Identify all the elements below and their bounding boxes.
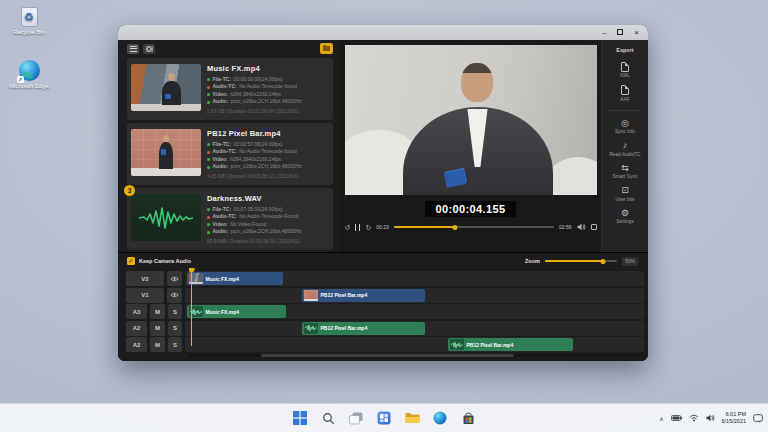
elapsed-time: 00:23 (376, 224, 389, 230)
video-preview[interactable] (345, 45, 597, 195)
battery-icon[interactable] (671, 415, 682, 421)
tray-chevron-icon[interactable]: ∧ (659, 415, 663, 422)
clip-title: Darkness.WAV (207, 193, 329, 204)
seek-bar[interactable] (394, 226, 554, 228)
timeline-clip-video[interactable]: PB12 Pixel Bar.mp4 (302, 289, 425, 302)
fullscreen-button[interactable] (591, 224, 597, 230)
track-lane[interactable]: PB12 Pixel Bar.mp4 (185, 321, 644, 336)
sidebar-item-xml[interactable]: XML (602, 58, 648, 82)
keep-camera-audio-checkbox[interactable]: ✓ (127, 257, 135, 265)
recycle-bin-icon: ♻ (21, 7, 38, 27)
eye-icon (170, 292, 179, 298)
seek-bar-fill (394, 226, 455, 228)
timeline: ✓ Keep Camera Audio Zoom 50% (118, 252, 648, 361)
timeline-clip-audio[interactable]: Music FX.mp4 (187, 305, 286, 318)
maximize-button[interactable] (617, 29, 623, 37)
sidebar-item-smart-sync[interactable]: ⇆ Smart Sync (602, 160, 648, 183)
user-bits-icon: ⊡ (621, 186, 629, 195)
mute-button[interactable]: M (150, 321, 165, 336)
playhead[interactable] (191, 268, 192, 346)
folder-icon (323, 46, 330, 51)
minimize-button[interactable]: – (602, 29, 606, 37)
zoom-slider[interactable] (545, 260, 617, 262)
music-note-icon: ♪ (623, 141, 628, 150)
status-dot (207, 143, 210, 146)
status-dot (207, 86, 210, 89)
eye-icon (170, 276, 179, 282)
status-dot (207, 101, 210, 104)
edge-button[interactable] (431, 409, 449, 427)
close-button[interactable]: × (634, 29, 639, 37)
waveform-chip-icon (304, 323, 318, 334)
track-label[interactable]: A2 (126, 337, 147, 352)
zoom-slider-handle[interactable] (600, 259, 605, 264)
track-lane[interactable]: PB12 Pixel Bar.mp4 (185, 288, 644, 303)
clip-card-pixel-bar[interactable]: PB12 Pixel Bar.mp4 File-TC:00:02:57:06(2… (127, 123, 333, 185)
timeline-scrollbar[interactable] (189, 354, 640, 357)
track-row-a2b: A2 M S PB12 Pixel Bar.mp4 (122, 337, 644, 352)
solo-button[interactable]: S (168, 321, 182, 336)
file-explorer-button[interactable] (403, 409, 421, 427)
track-row-a3: A3 M S Music FX.mp4 (122, 304, 644, 319)
store-bag-icon (462, 412, 475, 425)
mute-button[interactable]: M (150, 337, 165, 352)
rewind-button[interactable]: ↺ (345, 224, 351, 231)
mute-button[interactable]: M (150, 304, 165, 319)
start-button[interactable] (291, 409, 309, 427)
solo-button[interactable]: S (168, 304, 182, 319)
wifi-icon[interactable] (689, 414, 699, 422)
export-header: Export (616, 47, 633, 53)
thumb-person-head (168, 73, 175, 81)
task-view-button[interactable] (347, 409, 365, 427)
desktop-icon-label: Recycle Bin (13, 29, 45, 37)
clip-card-music-fx[interactable]: Music FX.mp4 File-TC:00:00:00:00(24.00fp… (127, 58, 333, 120)
window-titlebar[interactable]: – × (118, 25, 648, 40)
clip-meta: 2.97 GB | Duration 00:02:28:04 | 2021/6/… (207, 108, 329, 115)
timeline-scrollbar-thumb[interactable] (261, 354, 514, 357)
clip-title: PB12 Pixel Bar.mp4 (207, 128, 329, 139)
desktop-icon-edge[interactable]: ↗ Microsoft Edge (6, 60, 52, 91)
zoom-label: Zoom (525, 258, 540, 264)
keep-camera-audio-label: Keep Camera Audio (139, 258, 191, 264)
speaker-icon[interactable] (706, 414, 715, 422)
desktop-icon-recycle-bin[interactable]: ♻ Recycle Bin (6, 7, 52, 37)
notification-icon[interactable] (753, 414, 763, 423)
status-dot (207, 158, 210, 161)
track-label[interactable]: A2 (126, 321, 147, 336)
clip-thumbnail (304, 290, 318, 301)
widgets-button[interactable] (375, 409, 393, 427)
timeline-clip-video[interactable]: Music FX.mp4 (187, 272, 283, 285)
timeline-clip-audio[interactable]: PB12 Pixel Bar.mp4 (302, 322, 425, 335)
gear-icon: ⚙ (621, 209, 629, 218)
sidebar-item-read-audiotc[interactable]: ♪ Read AudioTC (602, 138, 648, 161)
grid-view-button[interactable] (143, 44, 155, 54)
timeline-clip-audio[interactable]: PB12 Pixel Bar.mp4 (448, 338, 573, 351)
taskbar-clock[interactable]: 6:01 PM 6/15/2021 (722, 411, 746, 426)
track-label[interactable]: V1 (126, 288, 164, 303)
search-button[interactable] (319, 409, 337, 427)
sidebar-item-user-bits[interactable]: ⊡ User bits (602, 183, 648, 206)
sidebar-item-sync-info[interactable]: ◎ Sync Info (602, 115, 648, 138)
sidebar-item-settings[interactable]: ⚙ Settings (602, 205, 648, 228)
track-lane[interactable]: PB12 Pixel Bar.mp4 (185, 337, 644, 352)
seek-handle[interactable] (452, 225, 457, 230)
sync-info-icon: ◎ (621, 119, 629, 128)
status-dot (207, 208, 210, 211)
track-lane[interactable]: Music FX.mp4 (185, 304, 644, 319)
loop-button[interactable]: ↻ (365, 224, 371, 231)
volume-icon[interactable] (577, 223, 586, 231)
add-folder-button[interactable] (320, 43, 333, 54)
track-label[interactable]: V2 (126, 271, 164, 286)
track-lane[interactable]: Music FX.mp4 (185, 271, 644, 286)
track-visibility-toggle[interactable] (167, 271, 182, 286)
solo-button[interactable]: S (168, 337, 182, 352)
list-view-button[interactable] (127, 44, 139, 54)
edge-icon: ↗ (19, 60, 40, 81)
track-label[interactable]: A3 (126, 304, 147, 319)
store-button[interactable] (459, 409, 477, 427)
clip-card-darkness[interactable]: 3 Darkness.WAV File-TC:00:07:35:00(24.00… (127, 188, 333, 250)
track-visibility-toggle[interactable] (167, 288, 182, 303)
pause-button[interactable] (355, 224, 360, 231)
sidebar-item-aaf[interactable]: AAF (602, 82, 648, 106)
status-dot (207, 216, 210, 219)
